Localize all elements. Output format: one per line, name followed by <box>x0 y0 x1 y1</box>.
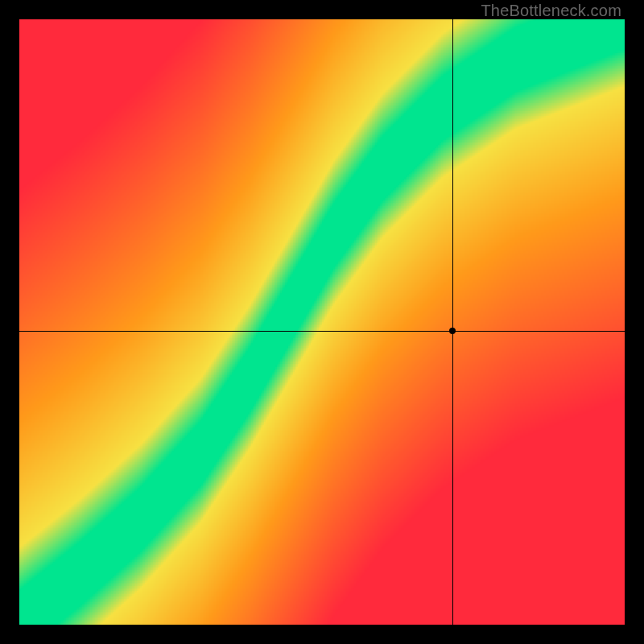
bottleneck-heatmap <box>19 19 625 625</box>
chart-frame: TheBottleneck.com <box>0 0 644 644</box>
crosshair-vertical <box>452 19 453 625</box>
crosshair-horizontal <box>19 331 625 332</box>
plot-area <box>19 19 625 625</box>
crosshair-point <box>449 328 456 334</box>
watermark-text: TheBottleneck.com <box>481 2 621 20</box>
